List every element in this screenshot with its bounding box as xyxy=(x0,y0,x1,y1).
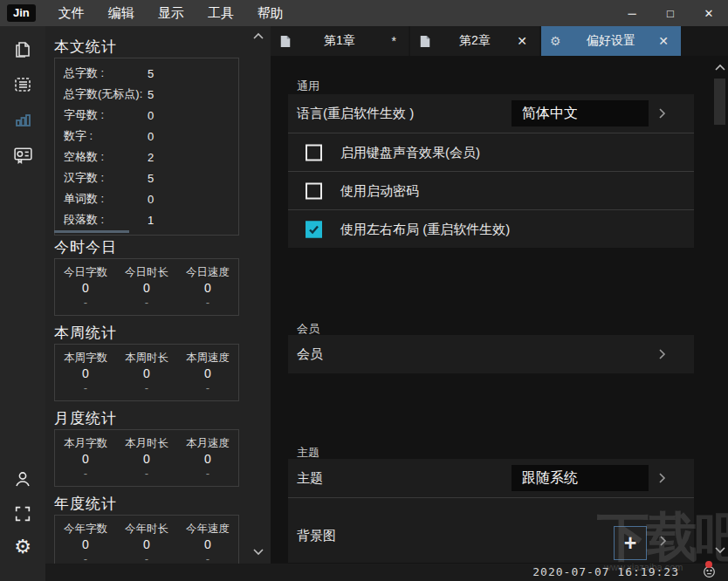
member-group: 会员 xyxy=(288,335,694,373)
stat-row: 总字数 :5 xyxy=(55,63,238,84)
documents-icon[interactable] xyxy=(0,37,45,63)
chevron-right-icon[interactable] xyxy=(656,348,668,360)
statistics-icon[interactable] xyxy=(0,106,45,133)
notification-dot xyxy=(705,561,712,568)
doc-stats-box: 总字数 :5 总字数(无标点):5 字母数 :0 数字 :0 空格数 :2 汉字… xyxy=(54,58,239,236)
menu-help[interactable]: 帮助 xyxy=(254,3,287,24)
user-icon[interactable] xyxy=(0,466,45,492)
year-stats-title: 年度统计 xyxy=(54,494,117,514)
app-logo: Jin xyxy=(7,4,36,22)
stat-row: 字母数 :0 xyxy=(55,105,238,126)
theme-value[interactable]: 跟随系统 xyxy=(512,465,649,491)
startup-password-row[interactable]: 使用启动密码 xyxy=(288,171,694,209)
keyboard-sound-checkbox[interactable] xyxy=(306,144,322,161)
preferences-content: 通用 语言(重启软件生效 ) 简体中文 启用键盘声音效果(会员) 使用启动密码 xyxy=(271,56,728,564)
unsaved-indicator: * xyxy=(392,34,396,48)
language-setting-row[interactable]: 语言(重启软件生效 ) 简体中文 xyxy=(288,94,694,133)
content-scroll-up-icon[interactable] xyxy=(713,61,727,75)
week-stats-title: 本周统计 xyxy=(54,323,117,343)
year-stats-box: 今年字数0- 今年时长0- 今年速度0- xyxy=(54,515,239,564)
today-stats-box: 今日字数0- 今日时长0- 今日速度0- xyxy=(54,258,239,316)
stat-row: 数字 :0 xyxy=(55,126,238,147)
maximize-button[interactable]: □ xyxy=(651,0,690,26)
stat-row: 单词数 :0 xyxy=(55,188,238,209)
stat-row: 汉字数 :5 xyxy=(55,167,238,188)
left-right-layout-checkbox[interactable] xyxy=(306,221,322,237)
menu-file[interactable]: 文件 xyxy=(55,3,88,24)
chevron-right-icon[interactable] xyxy=(656,107,668,120)
feedback-smiley-icon[interactable] xyxy=(703,565,716,578)
background-image-row[interactable]: 背景图 + xyxy=(288,497,694,563)
fullscreen-icon[interactable] xyxy=(0,501,45,527)
tab-preferences[interactable]: ⚙ 偏好设置 ✕ xyxy=(541,26,681,56)
week-stats-box: 本周字数0- 本周时长0- 本周速度0- xyxy=(54,344,239,401)
achievement-icon[interactable] xyxy=(0,141,45,167)
keyboard-sound-row[interactable]: 启用键盘声音效果(会员) xyxy=(288,133,694,171)
menu-tools[interactable]: 工具 xyxy=(204,3,237,24)
tab-chapter2[interactable]: 第2章 ✕ xyxy=(410,26,539,56)
vertical-scrollbar-thumb[interactable] xyxy=(714,79,725,125)
panel-scroll-down-icon[interactable] xyxy=(251,544,265,558)
theme-group: 主题 跟随系统 背景图 + xyxy=(288,459,694,563)
chevron-right-icon[interactable] xyxy=(656,472,668,484)
left-right-layout-row[interactable]: 使用左右布局 (重启软件生效) xyxy=(288,209,694,248)
titlebar: Jin 文件 编辑 显示 工具 帮助 ─ □ ✕ xyxy=(0,0,728,26)
month-stats-title: 月度统计 xyxy=(54,408,117,428)
clock-text: 2020-07-07 16:19:23 xyxy=(532,565,679,578)
general-settings-group: 语言(重启软件生效 ) 简体中文 启用键盘声音效果(会员) 使用启动密码 使用左… xyxy=(288,94,694,248)
language-value[interactable]: 简体中文 xyxy=(512,100,649,126)
add-background-button[interactable]: + xyxy=(614,526,647,560)
chevron-right-icon[interactable] xyxy=(656,535,669,547)
outline-list-icon[interactable] xyxy=(0,72,45,98)
left-icon-rail: ⚙ xyxy=(0,26,45,581)
menubar: 文件 编辑 显示 工具 帮助 xyxy=(55,3,287,24)
close-tab-icon[interactable]: ✕ xyxy=(517,34,527,48)
close-button[interactable]: ✕ xyxy=(690,0,728,26)
content-scroll-down-icon[interactable] xyxy=(713,543,727,557)
menu-view[interactable]: 显示 xyxy=(155,3,188,24)
stat-row: 段落数 :1 xyxy=(55,209,238,230)
minimize-button[interactable]: ─ xyxy=(613,0,651,26)
general-section-label: 通用 xyxy=(297,79,319,94)
startup-password-checkbox[interactable] xyxy=(306,182,322,199)
stat-row: 空格数 :2 xyxy=(55,147,238,167)
settings-gear-icon[interactable]: ⚙ xyxy=(0,534,45,560)
horizontal-scrollbar[interactable] xyxy=(54,230,129,233)
window-controls: ─ □ ✕ xyxy=(613,0,728,26)
theme-setting-row[interactable]: 主题 跟随系统 xyxy=(288,459,694,497)
statusbar: 2020-07-07 16:19:23 xyxy=(45,564,728,581)
member-row[interactable]: 会员 xyxy=(288,335,694,373)
stat-row: 总字数(无标点):5 xyxy=(55,84,238,105)
tabbar: 第1章 * 第2章 ✕ ⚙ 偏好设置 ✕ xyxy=(271,26,728,56)
tab-chapter1[interactable]: 第1章 * xyxy=(271,26,409,56)
month-stats-box: 本月字数0- 本月时长0- 本月速度0- xyxy=(54,429,239,487)
menu-edit[interactable]: 编辑 xyxy=(105,3,138,24)
today-stats-title: 今时今日 xyxy=(54,237,117,257)
panel-scroll-up-icon[interactable] xyxy=(251,30,265,44)
statistics-panel: 本文统计 总字数 :5 总字数(无标点):5 字母数 :0 数字 :0 空格数 … xyxy=(45,26,271,564)
close-tab-icon[interactable]: ✕ xyxy=(658,34,669,48)
doc-stats-title: 本文统计 xyxy=(54,37,117,57)
